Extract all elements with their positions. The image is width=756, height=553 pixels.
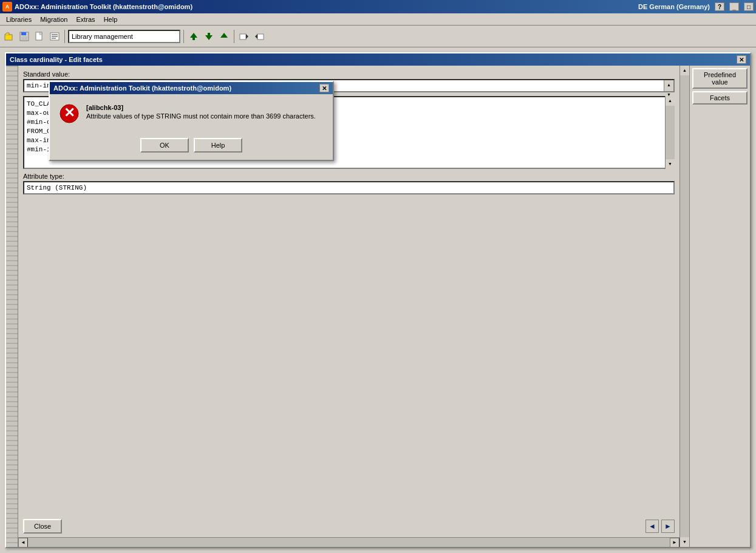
svg-rect-16 [257,34,264,40]
minimize-btn[interactable]: _ [729,2,739,11]
main-content: Class cardinality - Edit facets ✕ Standa… [0,47,756,553]
menu-libraries[interactable]: Libraries [2,15,35,24]
nav-top-icon[interactable] [217,30,231,43]
alert-dialog: ADOxx: Administration Toolkit (hkattenst… [49,81,334,161]
alert-buttons: OK Help [50,133,333,160]
svg-marker-11 [205,35,213,40]
alert-title-bar: ADOxx: Administration Toolkit (hkattenst… [50,82,333,94]
svg-rect-10 [192,38,195,40]
menu-bar: Libraries Migration Extras Help [0,13,756,26]
alert-close-icon[interactable]: ✕ [319,84,329,92]
maximize-btn[interactable]: □ [744,2,754,11]
menu-migration[interactable]: Migration [36,15,71,24]
svg-rect-14 [240,34,246,40]
svg-marker-15 [246,34,248,39]
toolbar: Library management [0,26,756,47]
toolbar-sep-2 [183,30,184,43]
properties-icon[interactable] [48,30,61,43]
app-title: ADOxx: Administration Toolkit (hkattenst… [15,3,192,10]
import-icon[interactable] [253,30,266,43]
svg-rect-3 [21,36,27,40]
dropdown-value: Library management [72,33,133,40]
alert-body: ✕ [alibchk-03] Attribute values of type … [50,94,333,133]
alert-message: Attribute values of type STRING must not… [86,111,316,121]
alert-code: [alibchk-03] [86,104,316,111]
nav-up-icon[interactable] [187,30,200,43]
menu-extras[interactable]: Extras [72,15,98,24]
alert-ok-btn[interactable]: OK [140,138,189,153]
open-folder-icon[interactable] [2,30,16,43]
nav-down-icon[interactable] [202,30,216,43]
locale-label: DE German (Germany) [638,3,710,10]
toolbar-sep-3 [234,30,234,43]
save-icon[interactable] [18,30,31,43]
alert-overlay: ADOxx: Administration Toolkit (hkattenst… [0,47,756,553]
library-dropdown[interactable]: Library management [68,30,180,43]
alert-message-area: [alibchk-03] Attribute values of type ST… [86,104,316,121]
svg-rect-12 [208,33,210,35]
title-bar: A ADOxx: Administration Toolkit (hkatten… [0,0,756,13]
export-icon[interactable] [237,30,251,43]
help-btn[interactable]: ? [715,2,724,11]
svg-rect-2 [21,32,26,35]
svg-rect-0 [5,35,12,40]
svg-marker-17 [255,34,257,39]
alert-help-btn[interactable]: Help [194,138,242,153]
alert-title-text: ADOxx: Administration Toolkit (hkattenst… [53,84,231,92]
svg-marker-9 [190,33,197,38]
svg-marker-13 [220,33,228,38]
menu-help[interactable]: Help [100,15,121,24]
new-icon[interactable] [33,30,46,43]
toolbar-sep-1 [64,30,65,43]
svg-text:✕: ✕ [64,105,75,120]
app-icon: A [2,2,12,12]
error-icon: ✕ [60,104,79,123]
